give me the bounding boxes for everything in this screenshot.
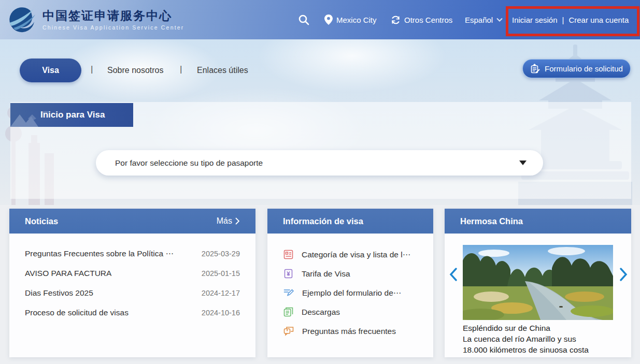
visa-info-label: Ejemplo del formulario de⋯ xyxy=(302,288,401,298)
visa-info-panel-title: Información de visa xyxy=(283,216,363,226)
carousel-next-button[interactable] xyxy=(617,266,630,283)
news-item-title: Preguntas Frecuentes sobre la Política ⋯ xyxy=(25,249,174,258)
tab-visa-label: Visa xyxy=(42,66,59,75)
visa-info-label: Tarifa de Visa xyxy=(302,269,350,279)
nav-separator: | xyxy=(91,64,93,75)
visa-info-item[interactable]: Descargas xyxy=(283,302,433,322)
caption-line-2: La cuenca del río Amarillo y sus xyxy=(463,333,614,344)
site-header: 中国签证申请服务中心 Chinese Visa Application Serv… xyxy=(0,0,640,39)
location-selector[interactable]: Mexico City xyxy=(324,0,377,39)
form-upload-icon xyxy=(530,64,541,74)
news-panel-title: Noticias xyxy=(25,216,58,226)
other-centers-label: Otros Centros xyxy=(404,16,452,24)
logo-title-chinese: 中国签证申请服务中心 xyxy=(42,9,184,22)
location-pin-icon xyxy=(324,14,333,25)
faq-chat-icon xyxy=(283,326,294,336)
visa-info-panel-header: Información de visa xyxy=(267,209,433,234)
passport-type-select[interactable]: Por favor seleccione su tipo de pasaport… xyxy=(96,150,543,176)
caption-line-1: Espléndido sur de China xyxy=(463,323,614,333)
carousel-prev-button[interactable] xyxy=(447,266,460,283)
news-item[interactable]: Proceso de solicitud de visas 2024-10-16 xyxy=(25,303,240,323)
news-item[interactable]: Dias Festivos 2025 2024-12-17 xyxy=(25,283,240,303)
visa-info-label: Categoría de visa y lista de l⋯ xyxy=(302,250,410,259)
documents-icon xyxy=(283,307,293,317)
register-link[interactable]: Crear una cuenta xyxy=(568,16,629,24)
logo-subtitle-english: Chinese Visa Application Service Center xyxy=(42,24,184,31)
search-icon xyxy=(297,13,310,26)
application-form-button[interactable]: Formulario de solicitud xyxy=(522,59,631,78)
china-carousel: Espléndido sur de China La cuenca del rí… xyxy=(445,234,631,357)
chevron-right-icon xyxy=(235,217,240,225)
nav-separator: | xyxy=(180,64,182,75)
language-label: Español xyxy=(465,16,493,24)
carousel-caption: Espléndido sur de China La cuenca del rí… xyxy=(463,323,614,355)
news-item-title: AVISO PARA FACTURA xyxy=(25,269,111,278)
auth-links: Iniciar sesión | Crear una cuenta xyxy=(512,0,629,39)
beautiful-china-panel: Hermosa China xyxy=(445,209,631,357)
news-panel-header: Noticias Más xyxy=(9,209,255,234)
tab-visa[interactable]: Visa xyxy=(20,59,81,82)
chevron-right-icon xyxy=(619,268,628,281)
location-label: Mexico City xyxy=(336,16,377,24)
refresh-icon xyxy=(391,15,401,25)
passport-select-placeholder: Por favor seleccione su tipo de pasaport… xyxy=(115,158,519,168)
visa-info-label: Descargas xyxy=(302,308,340,317)
language-selector[interactable]: Español xyxy=(465,0,503,39)
caption-line-3: 18.000 kilómetros de sinuosa costa xyxy=(463,344,614,355)
visa-info-item[interactable]: Categoría de visa y lista de l⋯ xyxy=(283,245,433,264)
tab-useful-links[interactable]: Enlaces útiles xyxy=(197,66,248,75)
login-link[interactable]: Iniciar sesión xyxy=(512,16,558,24)
visa-info-panel: Información de visa Categoría de visa y … xyxy=(267,209,433,357)
site-logo[interactable]: 中国签证申请服务中心 Chinese Visa Application Serv… xyxy=(7,5,184,34)
news-item-date: 2025-01-15 xyxy=(202,269,240,278)
visa-info-list: Categoría de visa y lista de l⋯ Tarifa d… xyxy=(267,234,433,341)
form-grid-icon xyxy=(283,250,293,259)
news-item-date: 2024-12-17 xyxy=(202,289,240,297)
tab-about[interactable]: Sobre nosotros xyxy=(107,66,164,75)
visa-info-item[interactable]: Tarifa de Visa xyxy=(283,264,433,283)
news-item-date: 2025-03-29 xyxy=(202,250,240,258)
beautiful-china-title: Hermosa China xyxy=(460,216,523,226)
visa-info-item[interactable]: Ejemplo del formulario de⋯ xyxy=(283,283,433,302)
visa-info-label: Preguntas más frecuentes xyxy=(302,327,396,336)
mountains-decoration xyxy=(10,107,57,127)
news-item[interactable]: AVISO PARA FACTURA 2025-01-15 xyxy=(25,264,240,283)
visa-info-item[interactable]: Preguntas más frecuentes xyxy=(283,322,433,341)
pen-form-icon xyxy=(283,288,294,298)
application-form-label: Formulario de solicitud xyxy=(545,64,623,73)
auth-separator: | xyxy=(562,16,564,24)
search-button[interactable] xyxy=(297,0,310,39)
news-list: Preguntas Frecuentes sobre la Política ⋯… xyxy=(9,234,255,323)
news-panel: Noticias Más Preguntas Frecuentes sobre … xyxy=(9,209,255,357)
other-centers-link[interactable]: Otros Centros xyxy=(391,0,452,39)
carousel-landscape-image[interactable] xyxy=(463,245,613,320)
news-more-label: Más xyxy=(217,216,232,226)
news-item-date: 2024-10-16 xyxy=(202,309,240,317)
news-item-title: Dias Festivos 2025 xyxy=(25,288,93,298)
news-more-link[interactable]: Más xyxy=(217,216,240,226)
tab-visa-home[interactable]: Inicio para Visa xyxy=(10,103,133,127)
news-item[interactable]: Preguntas Frecuentes sobre la Política ⋯… xyxy=(25,244,240,264)
chevron-left-icon xyxy=(449,268,458,281)
caret-down-icon xyxy=(519,161,527,165)
visa-center-homepage: 中国签证申请服务中心 Chinese Visa Application Serv… xyxy=(0,0,640,364)
beautiful-china-header: Hermosa China xyxy=(445,209,631,234)
logo-swoosh-icon xyxy=(7,5,37,34)
yen-document-icon xyxy=(283,269,293,279)
chevron-down-icon xyxy=(496,18,503,22)
news-item-title: Proceso de solicitud de visas xyxy=(25,308,129,317)
